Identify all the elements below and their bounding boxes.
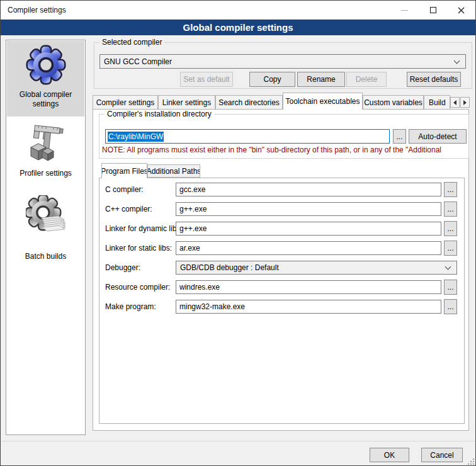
auto-detect-button[interactable]: Auto-detect xyxy=(409,129,467,144)
installation-directory-group-label: Compiler's installation directory xyxy=(105,110,214,118)
selected-compiler-group-label: Selected compiler xyxy=(99,38,164,47)
subtab-additional-paths[interactable]: Additional Paths xyxy=(147,164,200,178)
installation-directory-value: C:\raylib\MinGW xyxy=(108,132,164,142)
copy-button[interactable]: Copy xyxy=(249,72,295,87)
make-program-input[interactable] xyxy=(176,300,441,314)
debugger-value: GDB/CDB debugger : Default xyxy=(180,263,279,272)
sidebar-item-profiler-settings[interactable]: Profiler settings xyxy=(7,120,84,189)
ellipsis-icon: ... xyxy=(447,224,453,233)
subtab-program-files[interactable]: Program Files xyxy=(101,163,147,178)
close-button[interactable] xyxy=(447,1,475,20)
rename-button[interactable]: Rename xyxy=(297,72,345,87)
button-label: Rename xyxy=(307,75,335,84)
field-label-c-compiler: C compiler: xyxy=(105,185,144,194)
browse-make-program-button[interactable]: ... xyxy=(444,299,457,314)
sidebar-item-batch-builds[interactable]: Batch builds xyxy=(7,193,84,264)
cancel-button[interactable]: Cancel xyxy=(421,448,463,462)
settings-category-list: Global compiler settings xyxy=(6,40,86,435)
browse-resource-compiler-button[interactable]: ... xyxy=(444,280,457,295)
tab-build-options[interactable]: Build xyxy=(424,95,450,110)
caliper-icon xyxy=(26,121,66,161)
tab-search-directories[interactable]: Search directories xyxy=(215,95,283,110)
linker-static-input[interactable] xyxy=(176,241,441,255)
title-bar: Compiler settings xyxy=(1,1,475,20)
tab-scroll-right-button[interactable] xyxy=(460,97,470,108)
tab-label: Custom variables xyxy=(364,98,422,107)
dialog-header: Global compiler settings xyxy=(1,20,475,35)
tab-label: Toolchain executables xyxy=(285,97,360,106)
ellipsis-icon: ... xyxy=(447,283,453,292)
button-label: Set as default xyxy=(183,75,229,84)
browse-linker-dynamic-button[interactable]: ... xyxy=(444,221,457,236)
ellipsis-icon: ... xyxy=(447,185,453,194)
field-label-linker-static: Linker for static libs: xyxy=(105,244,172,253)
ok-button[interactable]: OK xyxy=(370,448,409,462)
chevron-down-icon xyxy=(454,58,460,64)
browse-cpp-compiler-button[interactable]: ... xyxy=(444,202,457,217)
browse-c-compiler-button[interactable]: ... xyxy=(444,182,457,197)
resize-grip[interactable] xyxy=(468,458,475,465)
tab-label: Additional Paths xyxy=(147,167,200,176)
button-label: Reset defaults xyxy=(410,75,458,84)
field-label-debugger: Debugger: xyxy=(105,263,140,272)
triangle-right-icon xyxy=(463,100,467,105)
sidebar-item-label: Batch builds xyxy=(7,252,84,261)
tab-toolchain-executables[interactable]: Toolchain executables xyxy=(283,93,363,110)
installation-directory-input[interactable]: C:\raylib\MinGW xyxy=(105,129,390,144)
ellipsis-icon: ... xyxy=(396,132,402,141)
minimize-button[interactable] xyxy=(390,1,419,20)
bin-subdirectory-note: NOTE: All programs must exist either in … xyxy=(102,145,466,154)
chevron-down-icon xyxy=(445,264,451,270)
debugger-dropdown[interactable]: GDB/CDB debugger : Default xyxy=(176,261,457,275)
field-label-cpp-compiler: C++ compiler: xyxy=(105,205,152,213)
minimize-icon xyxy=(401,10,408,11)
sidebar-item-global-compiler-settings[interactable]: Global compiler settings xyxy=(7,41,84,116)
maximize-button[interactable] xyxy=(419,1,448,20)
delete-button[interactable]: Delete xyxy=(346,72,387,87)
close-icon xyxy=(458,7,465,14)
button-label: Cancel xyxy=(430,451,453,460)
field-label-make-program: Make program: xyxy=(105,302,156,311)
field-label-linker-dynamic: Linker for dynamic libs: xyxy=(105,224,183,233)
cpp-compiler-input[interactable] xyxy=(176,202,441,216)
button-label: Delete xyxy=(356,75,378,84)
browse-linker-static-button[interactable]: ... xyxy=(444,241,457,256)
blue-gear-icon xyxy=(26,45,66,85)
tab-label: Compiler settings xyxy=(96,98,155,107)
sidebar-item-label: Global compiler settings xyxy=(7,90,84,109)
maximize-icon xyxy=(430,7,436,13)
tab-compiler-settings[interactable]: Compiler settings xyxy=(93,95,158,110)
tab-label: Program Files xyxy=(101,167,147,176)
linker-dynamic-input[interactable] xyxy=(176,222,441,236)
c-compiler-input[interactable] xyxy=(176,183,441,196)
button-label: Auto-detect xyxy=(418,132,456,141)
tab-linker-settings[interactable]: Linker settings xyxy=(158,95,215,110)
sidebar-item-label: Profiler settings xyxy=(7,169,84,178)
tab-custom-variables[interactable]: Custom variables xyxy=(363,95,424,110)
gray-gear-stack-icon xyxy=(26,195,66,236)
ellipsis-icon: ... xyxy=(447,205,453,213)
resource-compiler-input[interactable] xyxy=(176,280,441,294)
selected-compiler-value: GNU GCC Compiler xyxy=(104,57,172,66)
button-label: Copy xyxy=(263,75,281,84)
reset-defaults-button[interactable]: Reset defaults xyxy=(407,72,461,87)
field-label-resource-compiler: Resource compiler: xyxy=(105,283,170,292)
triangle-left-icon xyxy=(453,100,456,105)
dialog-header-title: Global compiler settings xyxy=(183,22,293,33)
tab-label: Linker settings xyxy=(162,98,211,107)
compiler-settings-dialog: Compiler settings Global compiler settin… xyxy=(0,0,476,466)
browse-directory-button[interactable]: ... xyxy=(393,129,406,144)
tab-label: Build xyxy=(429,98,446,107)
tab-scroll-left-button[interactable] xyxy=(450,97,460,108)
ellipsis-icon: ... xyxy=(447,244,453,253)
footer-divider xyxy=(1,441,475,441)
window-title: Compiler settings xyxy=(8,6,66,14)
ellipsis-icon: ... xyxy=(447,302,453,311)
set-as-default-button[interactable]: Set as default xyxy=(180,72,233,87)
button-label: OK xyxy=(384,451,395,460)
selected-compiler-dropdown[interactable]: GNU GCC Compiler xyxy=(99,54,466,69)
tab-label: Search directories xyxy=(218,98,280,107)
